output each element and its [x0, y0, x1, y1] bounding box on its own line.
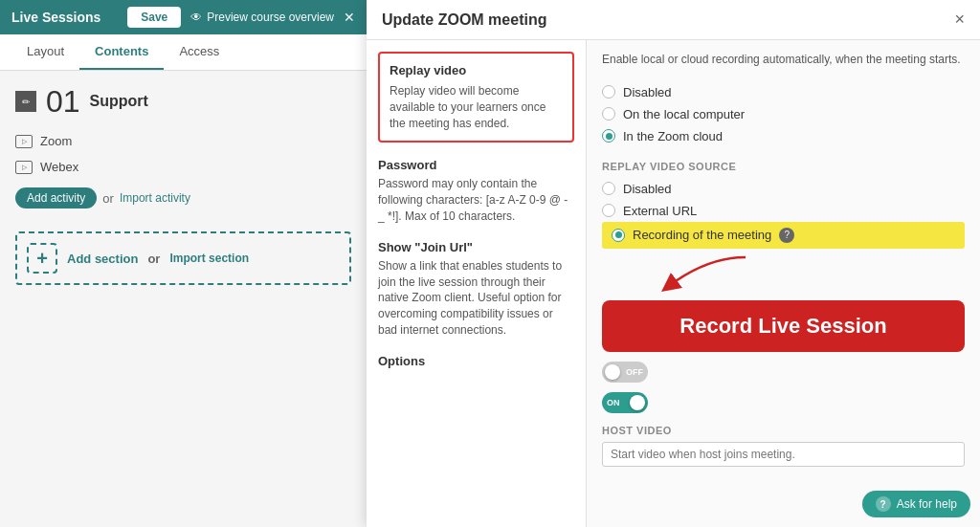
- video-icon: [15, 135, 33, 148]
- live-sessions-title: Live Sessions: [11, 10, 118, 25]
- replay-external-label: External URL: [623, 204, 697, 218]
- toggle-on-label: ON: [607, 398, 620, 407]
- video-icon-2: [15, 161, 33, 174]
- save-button[interactable]: Save: [127, 7, 181, 28]
- radio-option-cloud[interactable]: In the Zoom cloud: [602, 125, 965, 147]
- radio-local-label: On the local computer: [623, 107, 745, 121]
- close-panel-button[interactable]: ✕: [344, 10, 355, 25]
- import-section-link[interactable]: Import section: [169, 252, 249, 265]
- arrow-container: [602, 262, 965, 291]
- replay-recording-option[interactable]: Recording of the meeting ?: [602, 222, 965, 249]
- auto-record-description: Enable local or cloud recording automati…: [602, 52, 965, 68]
- or-text-1: or: [102, 191, 114, 206]
- show-join-url-section: Show "Join Url" Show a link that enables…: [378, 240, 574, 339]
- ask-for-help-button[interactable]: ? Ask for help: [862, 491, 970, 517]
- join-url-toggle-row: ON: [602, 392, 965, 413]
- replay-circle-recording: [612, 229, 625, 242]
- auto-record-radio-group: Disabled On the local computer In the Zo…: [602, 81, 965, 147]
- help-question-icon: ?: [876, 496, 891, 512]
- replay-card-description: Replay video will become available to yo…: [390, 83, 563, 131]
- join-url-toggle[interactable]: ON: [602, 392, 648, 413]
- modal-left-panel: Replay video Replay video will become av…: [367, 40, 587, 527]
- toggle-knob-off: [605, 364, 620, 380]
- zoom-activity-label[interactable]: Zoom: [40, 134, 72, 148]
- recording-help-icon[interactable]: ?: [779, 228, 794, 243]
- replay-circle-external: [602, 204, 615, 217]
- replay-video-source-label: REPLAY VIDEO SOURCE: [602, 161, 965, 172]
- toggle-off-label: OFF: [626, 367, 643, 377]
- radio-circle-cloud: [602, 129, 615, 143]
- import-activity-link[interactable]: Import activity: [120, 191, 190, 205]
- host-video-input[interactable]: [602, 442, 965, 467]
- section-title: Support: [90, 93, 148, 110]
- replay-external-option[interactable]: External URL: [602, 200, 965, 222]
- password-heading: Password: [378, 158, 574, 172]
- section-header: ✏ 01 Support: [15, 86, 351, 117]
- radio-disabled-label: Disabled: [623, 85, 672, 99]
- host-video-label: HOST VIDEO: [602, 425, 965, 436]
- replay-video-card: Replay video Replay video will become av…: [378, 52, 574, 143]
- recording-of-meeting-label: Recording of the meeting: [633, 228, 771, 242]
- list-item: Zoom: [15, 128, 351, 154]
- tab-access[interactable]: Access: [164, 34, 234, 70]
- add-activity-button[interactable]: Add activity: [15, 187, 97, 209]
- tabs-bar: Layout Contents Access: [0, 34, 367, 71]
- radio-option-disabled[interactable]: Disabled: [602, 81, 965, 103]
- password-toggle-row: OFF: [602, 362, 965, 383]
- replay-video-source-section: REPLAY VIDEO SOURCE Disabled External UR…: [602, 161, 965, 249]
- radio-circle-disabled: [602, 85, 615, 99]
- toggle-knob-on: [630, 395, 645, 410]
- record-live-session-callout: Record Live Session: [602, 300, 965, 352]
- list-item: Webex: [15, 154, 351, 180]
- section-number: 01: [46, 86, 80, 117]
- update-zoom-modal: Update ZOOM meeting × Replay video Repla…: [367, 0, 980, 527]
- replay-circle-disabled: [602, 182, 615, 195]
- replay-card-title: Replay video: [390, 63, 563, 77]
- preview-label: Preview course overview: [207, 11, 334, 24]
- modal-right-panel: Enable local or cloud recording automati…: [587, 40, 980, 527]
- modal-body: Replay video Replay video will become av…: [367, 40, 980, 527]
- ask-for-help-label: Ask for help: [897, 497, 957, 511]
- arrow-icon: [650, 253, 765, 300]
- host-video-section: HOST VIDEO: [602, 425, 965, 467]
- replay-disabled-label: Disabled: [623, 182, 672, 196]
- left-panel: Live Sessions Save 👁 Preview course over…: [0, 0, 367, 527]
- left-content: ✏ 01 Support Zoom Webex Add activity or …: [0, 71, 367, 527]
- plus-icon: +: [27, 243, 57, 274]
- password-toggle[interactable]: OFF: [602, 362, 648, 383]
- add-section-row[interactable]: + Add section or Import section: [15, 231, 351, 285]
- replay-disabled-option[interactable]: Disabled: [602, 178, 965, 200]
- webex-activity-label[interactable]: Webex: [40, 160, 78, 174]
- modal-header: Update ZOOM meeting ×: [367, 0, 980, 40]
- show-join-heading: Show "Join Url": [378, 240, 574, 254]
- preview-button[interactable]: 👁 Preview course overview: [190, 11, 334, 24]
- edit-icon[interactable]: ✏: [15, 91, 36, 112]
- tab-contents[interactable]: Contents: [79, 34, 164, 70]
- options-section: Options: [378, 354, 574, 368]
- tab-layout[interactable]: Layout: [11, 34, 79, 70]
- modal-title: Update ZOOM meeting: [382, 11, 546, 29]
- options-heading: Options: [378, 354, 574, 368]
- add-section-label: Add section: [67, 252, 138, 266]
- show-join-description: Show a link that enables students to joi…: [378, 258, 574, 339]
- top-bar: Live Sessions Save 👁 Preview course over…: [0, 0, 367, 34]
- modal-close-button[interactable]: ×: [954, 10, 965, 30]
- add-activity-bar: Add activity or Import activity: [15, 180, 351, 216]
- radio-cloud-label: In the Zoom cloud: [623, 129, 723, 143]
- password-description: Password may only contain the following …: [378, 176, 574, 224]
- or-text-2: or: [147, 252, 160, 266]
- password-section: Password Password may only contain the f…: [378, 158, 574, 224]
- radio-circle-local: [602, 107, 615, 121]
- eye-icon: 👁: [190, 11, 202, 24]
- radio-option-local[interactable]: On the local computer: [602, 103, 965, 125]
